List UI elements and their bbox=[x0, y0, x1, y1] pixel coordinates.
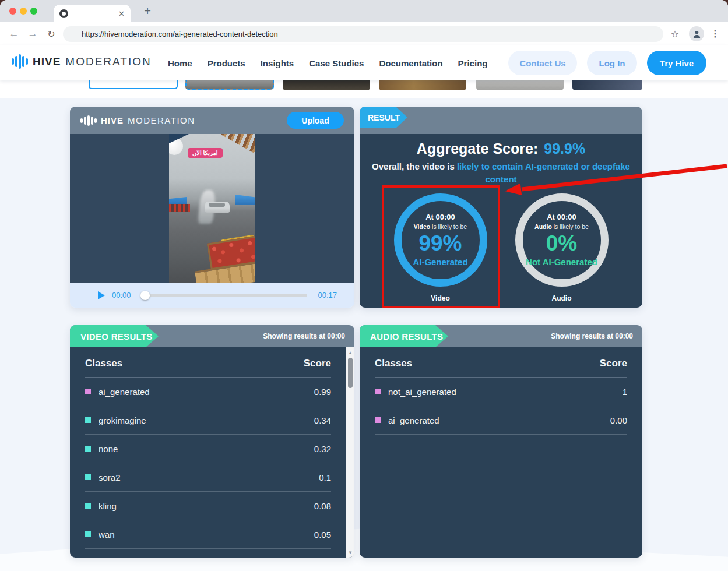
class-label: kling bbox=[99, 501, 117, 511]
class-score: 0.34 bbox=[314, 415, 331, 425]
gauge-caption: Audio bbox=[552, 294, 572, 302]
contact-us-button[interactable]: Contact Us bbox=[508, 51, 577, 75]
score-column-header: Score bbox=[600, 358, 627, 369]
profile-avatar[interactable] bbox=[688, 22, 705, 45]
scrollbar-thumb[interactable] bbox=[348, 358, 353, 388]
upload-button[interactable]: Upload bbox=[287, 112, 344, 129]
video-results-tag: VIDEO RESULTS bbox=[70, 325, 159, 347]
site-favicon-icon bbox=[59, 9, 68, 18]
thumbnail-city-night[interactable] bbox=[283, 80, 370, 90]
video-gauge-ring: At 00:00 Video is likely to be 99% AI-Ge… bbox=[394, 193, 487, 287]
browser-menu-icon[interactable]: ⋮ bbox=[708, 22, 723, 45]
browser-tab[interactable]: ✕ bbox=[54, 5, 131, 22]
classes-column-header: Classes bbox=[375, 358, 412, 369]
hive-logo[interactable]: HIVE MODERATION bbox=[12, 54, 152, 69]
table-row: ai_generated 0.99 bbox=[85, 378, 331, 406]
audio-results-header: AUDIO RESULTS Showing results at 00:00 bbox=[360, 325, 642, 347]
tab-close-icon[interactable]: ✕ bbox=[118, 10, 125, 17]
scroll-up-icon[interactable]: ▲ bbox=[346, 348, 354, 357]
class-bullet bbox=[85, 417, 91, 423]
class-label: ai_generated bbox=[99, 387, 150, 397]
seek-bar[interactable] bbox=[142, 294, 308, 297]
audio-gauge: At 00:00 Audio is likely to be 0% Not AI… bbox=[515, 193, 609, 302]
table-row: none 0.32 bbox=[85, 435, 331, 463]
result-panel: RESULT Aggregate Score:99.9% Overall, th… bbox=[360, 107, 642, 308]
player-header: HIVE MODERATION Upload bbox=[70, 107, 354, 134]
nav-insights[interactable]: Insights bbox=[261, 58, 294, 68]
audio-results-body: Classes Score not_ai_generated 1 ai_gene… bbox=[360, 347, 642, 558]
result-summary: Overall, the video is likely to contain … bbox=[364, 160, 638, 186]
current-time: 00:00 bbox=[112, 291, 131, 299]
table-row: grokimagine 0.34 bbox=[85, 406, 331, 435]
gauge-value: 0% bbox=[546, 231, 577, 256]
class-score: 0.05 bbox=[314, 530, 331, 540]
seek-handle[interactable] bbox=[140, 291, 150, 300]
thumbnail-blank-selected[interactable] bbox=[89, 80, 178, 89]
thumbnail-storm-video-active[interactable] bbox=[185, 80, 274, 90]
gauge-value: 99% bbox=[418, 231, 462, 256]
video-results-header: VIDEO RESULTS Showing results at 00:00 bbox=[70, 325, 354, 347]
table-row: ai_generated 0.00 bbox=[375, 406, 627, 435]
nav-documentation[interactable]: Documentation bbox=[379, 58, 442, 68]
video-stall-shape bbox=[169, 204, 190, 212]
nav-pricing[interactable]: Pricing bbox=[458, 58, 488, 68]
aggregate-score-label: Aggregate Score: bbox=[417, 140, 538, 157]
result-body: Aggregate Score:99.9% Overall, the video… bbox=[360, 134, 642, 308]
url-text: https://hivemoderation.com/ai-generated-… bbox=[82, 30, 278, 38]
class-bullet bbox=[85, 474, 91, 480]
bookmark-star-icon[interactable]: ☆ bbox=[667, 22, 683, 45]
play-icon[interactable] bbox=[98, 291, 105, 299]
thumbnail-dark-abstract[interactable] bbox=[572, 80, 642, 90]
window-close-button[interactable] bbox=[9, 8, 16, 15]
sample-thumbnail-strip bbox=[0, 80, 728, 98]
class-bullet bbox=[85, 389, 91, 394]
address-bar[interactable]: https://hivemoderation.com/ai-generated-… bbox=[63, 26, 663, 42]
window-minimize-button[interactable] bbox=[20, 8, 27, 15]
window-maximize-button[interactable] bbox=[30, 8, 37, 15]
gauges-row: At 00:00 Video is likely to be 99% AI-Ge… bbox=[360, 193, 642, 302]
log-in-button[interactable]: Log In bbox=[587, 51, 637, 75]
browser-toolbar: ← → ↻ https://hivemoderation.com/ai-gene… bbox=[0, 22, 728, 45]
class-label: wan bbox=[99, 530, 115, 540]
new-tab-button[interactable]: + bbox=[140, 3, 155, 19]
table-row: sora2 0.1 bbox=[85, 463, 331, 492]
table-row: kling 0.08 bbox=[85, 492, 331, 520]
watermark-bold: HIVE bbox=[101, 115, 124, 125]
classes-column-header: Classes bbox=[85, 358, 122, 369]
gauge-time: At 00:00 bbox=[425, 213, 455, 221]
class-bullet bbox=[85, 531, 91, 537]
class-bullet bbox=[375, 417, 381, 423]
tab-strip: ✕ + bbox=[0, 0, 728, 22]
forward-icon[interactable]: → bbox=[24, 22, 41, 45]
video-arabic-caption-badge: امريكا الان bbox=[188, 148, 223, 158]
class-score: 1 bbox=[623, 387, 627, 397]
class-label: sora2 bbox=[99, 473, 121, 482]
watermark-light: MODERATION bbox=[128, 115, 195, 125]
class-label: none bbox=[99, 444, 118, 454]
reload-icon[interactable]: ↻ bbox=[43, 22, 59, 45]
nav-case-studies[interactable]: Case Studies bbox=[309, 58, 364, 68]
back-icon[interactable]: ← bbox=[6, 22, 22, 45]
table-column-headers: Classes Score bbox=[375, 347, 627, 378]
try-hive-button[interactable]: Try Hive bbox=[647, 51, 706, 75]
video-results-body: Classes Score ai_generated 0.99 grokimag… bbox=[70, 347, 354, 558]
aggregate-score-value: 99.9% bbox=[544, 140, 585, 157]
video-frame[interactable]: امريكا الان bbox=[169, 134, 255, 283]
result-tag: RESULT bbox=[360, 107, 407, 128]
showing-results-label: Showing results at 00:00 bbox=[551, 325, 633, 347]
thumbnail-statue[interactable] bbox=[476, 80, 564, 90]
video-stage: امريكا الان bbox=[70, 134, 354, 283]
brand-name-bold: HIVE bbox=[33, 55, 61, 68]
site-header: HIVE MODERATION Home Products Insights C… bbox=[0, 45, 728, 80]
nav-products[interactable]: Products bbox=[208, 58, 245, 68]
table-scrollbar[interactable]: ▲ ▼ bbox=[346, 347, 354, 558]
page-content: HIVE MODERATION Upload bbox=[0, 80, 728, 571]
class-score: 0.08 bbox=[314, 501, 331, 511]
class-label: ai_generated bbox=[388, 415, 439, 425]
duration: 00:17 bbox=[318, 291, 337, 299]
gauge-caption: Video bbox=[431, 294, 449, 302]
nav-home[interactable]: Home bbox=[168, 58, 192, 68]
video-player-panel: HIVE MODERATION Upload bbox=[70, 107, 354, 308]
scroll-down-icon[interactable]: ▼ bbox=[346, 548, 354, 556]
thumbnail-rust-texture[interactable] bbox=[379, 80, 466, 90]
